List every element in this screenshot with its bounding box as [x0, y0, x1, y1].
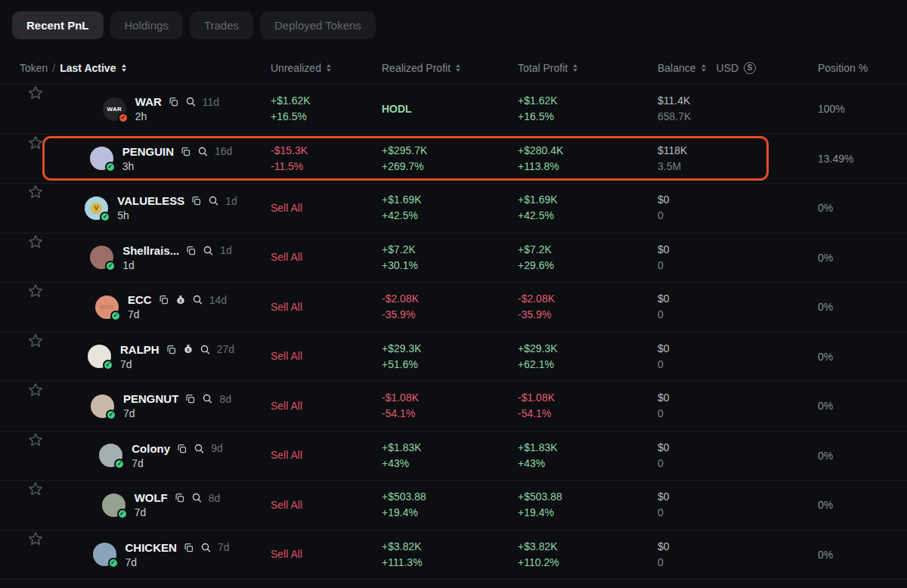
balance-amount: 0 — [658, 555, 818, 571]
search-icon[interactable] — [200, 542, 212, 553]
copy-address-icon[interactable] — [180, 146, 191, 157]
currency-toggle-icon[interactable]: S — [744, 62, 756, 74]
token-avatar[interactable]: ✓ — [90, 246, 113, 269]
token-avatar[interactable]: ✓ — [102, 494, 125, 517]
header-unrealized[interactable]: Unrealized — [271, 62, 382, 74]
copy-address-icon[interactable] — [185, 245, 197, 256]
favorite-star-icon[interactable] — [27, 184, 44, 200]
sort-icon[interactable] — [701, 64, 706, 72]
search-icon[interactable] — [203, 245, 214, 256]
sell-all-button[interactable]: Sell All — [271, 348, 382, 364]
search-icon[interactable] — [200, 344, 211, 355]
unrealized-value: +$1.62K — [271, 93, 382, 109]
copy-address-icon[interactable] — [168, 96, 179, 107]
favorite-star-icon[interactable] — [27, 85, 44, 101]
token-avatar[interactable]: ✓ — [91, 395, 114, 418]
sell-all-button[interactable]: Sell All — [271, 249, 382, 265]
last-active-time: 3h — [122, 160, 233, 172]
total-percent: +62.1% — [518, 357, 658, 373]
favorite-star-icon[interactable] — [27, 333, 44, 349]
tab-recent-pnl[interactable]: Recent PnL — [12, 11, 104, 39]
sell-all-button[interactable]: Sell All — [271, 398, 382, 414]
unrealized-value: -$15.3K — [271, 143, 382, 159]
search-icon[interactable] — [197, 146, 209, 157]
table-row[interactable]: ECC ✓ ECC $ — [0, 283, 907, 333]
total-percent: -35.9% — [518, 307, 658, 323]
copy-address-icon[interactable] — [158, 294, 169, 305]
table-row[interactable]: ✓ RALPH $ — [0, 333, 907, 382]
tab-deployed-tokens[interactable]: Deployed Tokens — [260, 11, 376, 39]
sell-all-button[interactable]: Sell All — [271, 200, 382, 216]
header-balance[interactable]: Balance USD S — [658, 62, 818, 74]
realized-profit-cell: -$2.08K -35.9% — [382, 283, 518, 332]
hodl-label: HODL — [382, 101, 518, 117]
search-icon[interactable] — [192, 294, 203, 305]
header-usd-label: USD — [717, 62, 739, 74]
token-avatar[interactable]: WAR ✓ — [103, 97, 126, 121]
table-row[interactable]: ✓ PENGNUT 8d — [0, 382, 907, 432]
copy-address-icon[interactable] — [176, 443, 187, 454]
header-token-last-active[interactable]: Token / Last Active — [20, 62, 271, 74]
table-row[interactable]: ✓ PENGUIN 16d — [0, 135, 907, 184]
sell-all-button[interactable]: Sell All — [271, 447, 382, 463]
favorite-star-icon[interactable] — [27, 135, 44, 151]
balance-amount: 0 — [658, 307, 818, 323]
sort-icon[interactable] — [456, 64, 460, 72]
token-avatar[interactable]: ✓ — [93, 543, 116, 566]
sort-icon[interactable] — [327, 64, 331, 72]
sell-all-button[interactable]: Sell All — [271, 546, 382, 562]
favorite-star-icon[interactable] — [27, 283, 44, 299]
search-icon[interactable] — [202, 393, 213, 404]
realized-profit-cell: +$29.3K +51.6% — [382, 333, 518, 382]
search-icon[interactable] — [191, 492, 203, 503]
chain-badge-icon: ✓ — [117, 509, 128, 519]
sell-all-button[interactable]: Sell All — [271, 299, 382, 315]
table-row[interactable]: ✓ WOLF 8d — [0, 481, 907, 531]
total-value: +$3.82K — [518, 539, 658, 555]
tab-trades[interactable]: Trades — [190, 11, 253, 39]
copy-address-icon[interactable] — [166, 344, 177, 355]
sort-icon[interactable] — [122, 64, 126, 72]
token-avatar[interactable]: ✓ — [99, 444, 122, 467]
sort-icon[interactable] — [573, 64, 577, 72]
tab-holdings[interactable]: Holdings — [110, 11, 183, 39]
token-age: 16d — [215, 145, 232, 157]
header-total-profit[interactable]: Total Profit — [518, 62, 658, 74]
last-active-time: 7d — [132, 457, 222, 469]
money-bag-icon[interactable]: $ — [175, 295, 186, 305]
copy-address-icon[interactable] — [190, 195, 202, 206]
favorite-star-icon[interactable] — [27, 481, 44, 497]
token-avatar[interactable]: ✓ — [90, 147, 113, 170]
table-row[interactable]: V ✓ VALUELESS — [0, 184, 907, 234]
table-row[interactable]: WAR ✓ WAR 11 — [0, 85, 907, 135]
table-row[interactable]: ✓ Colony 9d — [0, 432, 907, 481]
sell-all-button[interactable]: Sell All — [271, 497, 382, 513]
table-row[interactable]: ✓ CHICKEN 7d — [0, 531, 907, 580]
position-percent: 13.49% — [818, 153, 907, 165]
token-avatar[interactable]: ✓ — [88, 345, 111, 368]
realized-percent: +269.7% — [382, 159, 518, 175]
last-active-time: 7d — [135, 506, 221, 518]
favorite-star-icon[interactable] — [27, 382, 44, 398]
token-avatar[interactable]: ECC ✓ — [95, 296, 119, 319]
search-icon[interactable] — [193, 443, 205, 454]
realized-value: +$7.2K — [382, 242, 518, 258]
copy-address-icon[interactable] — [184, 393, 196, 404]
total-value: -$1.08K — [518, 390, 658, 406]
table-row[interactable]: ✓ Shellrais... 1d — [0, 234, 907, 283]
chain-badge-icon: ✓ — [106, 410, 116, 420]
favorite-star-icon[interactable] — [27, 234, 44, 250]
total-percent: +42.5% — [518, 208, 658, 224]
realized-percent: +111.3% — [382, 555, 518, 571]
token-name: PENGUIN — [122, 145, 174, 158]
total-profit-cell: +$3.82K +110.2% — [518, 531, 658, 580]
copy-address-icon[interactable] — [183, 542, 194, 553]
header-realized-profit[interactable]: Realized Profit — [382, 62, 518, 74]
token-avatar[interactable]: V ✓ — [85, 197, 108, 220]
favorite-star-icon[interactable] — [27, 432, 44, 448]
money-bag-icon[interactable]: $ — [183, 344, 193, 354]
favorite-star-icon[interactable] — [27, 531, 44, 547]
copy-address-icon[interactable] — [174, 492, 185, 503]
search-icon[interactable] — [185, 96, 197, 107]
search-icon[interactable] — [208, 195, 219, 206]
